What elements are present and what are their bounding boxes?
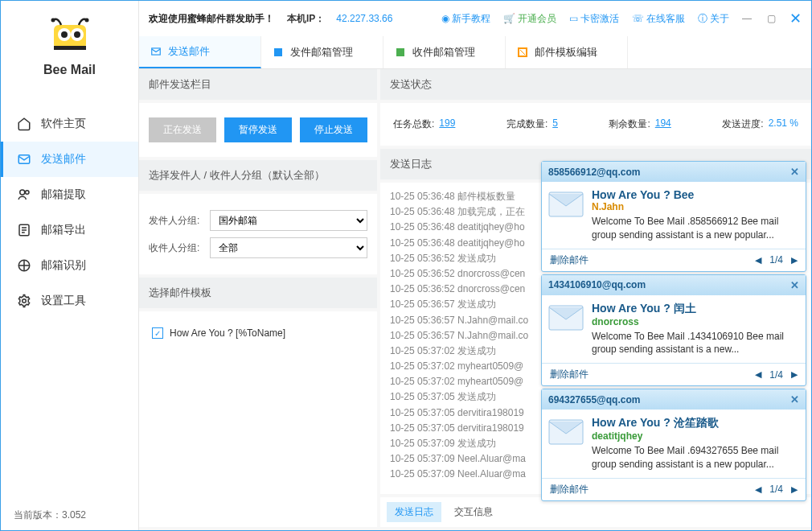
check-icon: ✓	[152, 327, 163, 339]
prev-arrow-icon[interactable]: ◀	[755, 255, 761, 266]
send-panel-header: 邮件发送栏目	[139, 69, 377, 100]
toplink-headset[interactable]: ☏在线客服	[632, 12, 685, 26]
nav-label: 邮箱识别	[41, 258, 86, 273]
nav-item-export[interactable]: 邮箱导出	[1, 212, 138, 248]
export-icon	[17, 223, 31, 237]
nav-label: 邮箱导出	[41, 223, 86, 237]
total-value[interactable]: 199	[439, 117, 455, 131]
toast-close-button[interactable]: ✕	[790, 393, 799, 405]
done-value[interactable]: 5	[552, 117, 558, 131]
svg-point-10	[26, 191, 30, 195]
close-button[interactable]: ✕	[789, 12, 802, 25]
nav-label: 邮箱提取	[41, 187, 86, 202]
tab-2[interactable]: 收件邮箱管理	[383, 36, 506, 68]
play-icon: ◉	[441, 13, 449, 24]
tab-icon	[395, 47, 406, 58]
toast-close-button[interactable]: ✕	[790, 166, 799, 178]
toplink-card[interactable]: ▭卡密激活	[569, 12, 619, 26]
status-header: 发送状态	[380, 69, 811, 100]
ip-label: 本机IP：	[287, 12, 325, 26]
svg-rect-16	[396, 48, 404, 56]
maximize-button[interactable]: ▢	[765, 12, 777, 25]
template-item[interactable]: ✓ How Are You ? [%ToName]	[149, 321, 367, 345]
detect-icon	[17, 258, 31, 273]
template-panel-header: 选择邮件模板	[139, 278, 377, 308]
stop-button[interactable]: 停止发送	[300, 117, 367, 142]
next-arrow-icon[interactable]: ▶	[791, 484, 798, 495]
remain-value[interactable]: 194	[655, 117, 671, 131]
logo: Bee Mail	[1, 1, 138, 87]
toplink-play[interactable]: ◉新手教程	[441, 12, 490, 26]
prev-arrow-icon[interactable]: ◀	[755, 369, 761, 380]
info-icon: ⓘ	[698, 12, 707, 26]
settings-icon	[17, 294, 31, 308]
recipient-group-select[interactable]: 全部	[210, 237, 367, 258]
page-indicator: 1/4	[769, 484, 783, 495]
bee-logo-icon	[47, 15, 93, 56]
svg-rect-15	[274, 48, 282, 56]
pause-button[interactable]: 暂停发送	[224, 117, 292, 142]
nav-item-extract[interactable]: 邮箱提取	[1, 177, 138, 212]
toast-from: dnorcross	[592, 316, 799, 327]
svg-point-2	[61, 31, 68, 38]
delete-mail-link[interactable]: 删除邮件	[550, 368, 588, 381]
toast-header: 1434106910@qq.com	[548, 279, 646, 290]
home-icon	[17, 117, 31, 131]
tab-0[interactable]: 发送邮件	[139, 36, 261, 68]
total-label: 任务总数:	[393, 117, 434, 131]
nav-label: 发送邮件	[41, 152, 86, 167]
template-name: How Are You ? [%ToName]	[170, 327, 285, 339]
nav-label: 软件主页	[41, 117, 86, 131]
minimize-button[interactable]: —	[740, 12, 753, 25]
notification-toast: 858566912@qq.com✕How Are You ? BeeN.Jahn…	[541, 161, 806, 272]
prev-arrow-icon[interactable]: ◀	[755, 484, 761, 495]
extract-icon	[17, 187, 31, 202]
sending-button[interactable]: 正在发送	[149, 117, 216, 142]
version-label: 当前版本：3.052	[1, 500, 138, 530]
svg-point-13	[23, 299, 27, 303]
nav-item-detect[interactable]: 邮箱识别	[1, 248, 138, 283]
done-label: 完成数量:	[506, 117, 547, 131]
mail-icon	[17, 152, 31, 167]
progress-value: 2.51 %	[769, 117, 798, 131]
envelope-icon	[548, 305, 584, 331]
tab-icon	[150, 46, 162, 57]
group-panel-header: 选择发件人 / 收件人分组（默认全部）	[139, 160, 377, 191]
toplink-info[interactable]: ⓘ关于	[698, 12, 729, 26]
log-tab-interact[interactable]: 交互信息	[446, 502, 501, 522]
svg-point-6	[84, 19, 88, 23]
toast-title: How Are You ? 沧笙踏歌	[592, 416, 799, 430]
page-indicator: 1/4	[769, 369, 783, 381]
toast-header: 694327655@qq.com	[548, 394, 640, 405]
nav-item-settings[interactable]: 设置工具	[1, 283, 138, 319]
next-arrow-icon[interactable]: ▶	[791, 255, 798, 266]
tab-1[interactable]: 发件邮箱管理	[261, 36, 383, 68]
delete-mail-link[interactable]: 删除邮件	[550, 253, 588, 267]
log-tab-send[interactable]: 发送日志	[387, 502, 441, 522]
headset-icon: ☏	[632, 13, 644, 24]
svg-point-5	[51, 19, 55, 23]
nav-item-mail[interactable]: 发送邮件	[1, 142, 138, 177]
progress-label: 发送进度:	[722, 117, 763, 131]
toplink-cart[interactable]: 🛒开通会员	[503, 12, 556, 26]
tab-3[interactable]: 邮件模板编辑	[506, 36, 628, 68]
sender-group-select[interactable]: 国外邮箱	[210, 210, 367, 231]
nav-label: 设置工具	[41, 294, 86, 308]
cart-icon: 🛒	[503, 13, 515, 24]
notification-toast: 1434106910@qq.com✕How Are You ? 闰土dnorcr…	[541, 274, 806, 387]
sender-group-label: 发件人分组:	[149, 214, 203, 228]
ip-value: 42.227.33.66	[336, 13, 392, 24]
envelope-icon	[548, 191, 584, 217]
toast-message: Welcome To Bee Mail .694327655 Bee mail …	[592, 444, 799, 471]
nav-item-home[interactable]: 软件主页	[1, 106, 138, 142]
delete-mail-link[interactable]: 删除邮件	[550, 483, 588, 496]
next-arrow-icon[interactable]: ▶	[791, 369, 798, 380]
page-indicator: 1/4	[769, 254, 783, 266]
svg-rect-7	[54, 46, 86, 50]
svg-point-9	[20, 190, 25, 195]
toast-title: How Are You ? 闰土	[592, 302, 799, 316]
toast-from: N.Jahn	[592, 201, 799, 212]
welcome-text: 欢迎使用蜜蜂邮件群发助手！	[149, 12, 274, 26]
remain-label: 剩余数量:	[609, 117, 650, 131]
toast-close-button[interactable]: ✕	[790, 279, 799, 291]
